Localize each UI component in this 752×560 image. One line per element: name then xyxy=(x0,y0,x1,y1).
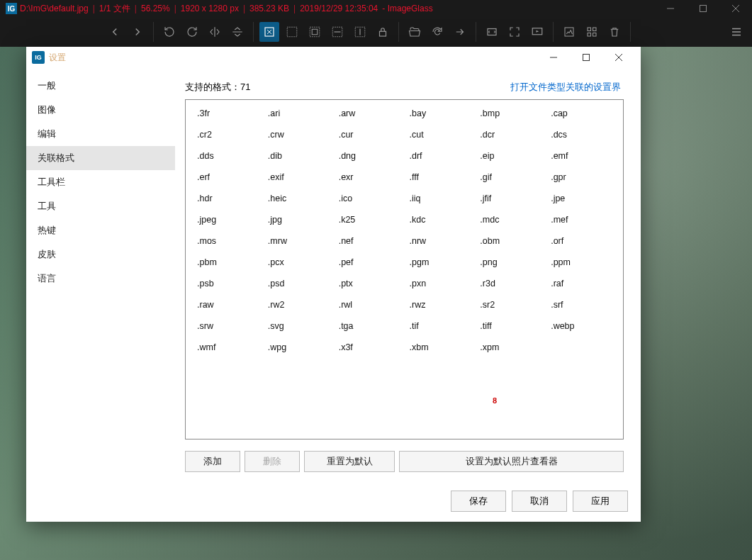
sidebar-item-5[interactable]: 工具 xyxy=(26,194,175,218)
refresh-button[interactable] xyxy=(427,22,447,42)
goto-button[interactable] xyxy=(450,22,470,42)
format-item[interactable]: .mos xyxy=(194,235,261,247)
main-menu-button[interactable] xyxy=(726,22,746,42)
format-item[interactable]: .mef xyxy=(548,213,614,226)
format-item[interactable]: .raf xyxy=(548,277,614,290)
slideshow-button[interactable] xyxy=(527,22,547,42)
format-item[interactable]: .bay xyxy=(407,107,473,120)
format-item[interactable]: .dds xyxy=(194,150,261,162)
format-item[interactable]: .mrw xyxy=(265,235,332,247)
format-item[interactable]: .dcs xyxy=(548,128,614,141)
format-item[interactable]: .xbm xyxy=(407,341,473,354)
format-item[interactable]: .ppm xyxy=(548,256,614,269)
format-item[interactable]: .dng xyxy=(336,150,403,162)
format-item[interactable]: .ptx xyxy=(336,277,403,290)
sidebar-item-0[interactable]: 一般 xyxy=(26,74,175,98)
format-item[interactable]: .bmp xyxy=(477,107,544,120)
format-item[interactable]: .srw xyxy=(194,320,261,332)
format-item[interactable]: .drf xyxy=(407,150,473,162)
set-default-viewer-button[interactable]: 设置为默认照片查看器 xyxy=(399,451,624,472)
window-fit-button[interactable] xyxy=(482,22,502,42)
sidebar-item-4[interactable]: 工具栏 xyxy=(26,170,175,194)
format-item[interactable]: .xpm xyxy=(477,341,544,354)
format-item[interactable]: .psd xyxy=(265,277,332,290)
scale-to-fill-button[interactable] xyxy=(305,22,325,42)
format-item[interactable]: .wpg xyxy=(265,341,332,354)
format-item[interactable]: .dcr xyxy=(477,128,544,141)
open-file-assoc-link[interactable]: 打开文件类型关联的设置界 xyxy=(510,81,621,94)
format-item[interactable]: .srf xyxy=(548,298,614,311)
rotate-ccw-button[interactable] xyxy=(159,22,179,42)
format-item[interactable]: .tif xyxy=(407,320,473,332)
format-item[interactable]: .orf xyxy=(548,235,614,247)
close-button[interactable] xyxy=(719,0,752,17)
reset-default-button[interactable]: 重置为默认 xyxy=(304,451,395,472)
format-item[interactable]: .jfif xyxy=(477,192,544,205)
delete-button[interactable]: 删除 xyxy=(245,451,300,472)
format-item[interactable]: .cur xyxy=(336,128,403,141)
apply-button[interactable]: 应用 xyxy=(573,491,628,512)
format-item[interactable]: .wmf xyxy=(194,341,261,354)
format-item[interactable]: .fff xyxy=(407,171,473,184)
sidebar-item-6[interactable]: 热键 xyxy=(26,218,175,242)
format-item[interactable]: .ico xyxy=(336,192,403,205)
format-item[interactable]: .crw xyxy=(265,128,332,141)
format-item[interactable]: .nef xyxy=(336,235,403,247)
format-item[interactable]: .gif xyxy=(477,171,544,184)
format-item[interactable]: .emf xyxy=(548,150,614,162)
sidebar-item-8[interactable]: 语言 xyxy=(26,267,175,291)
formats-listbox[interactable]: .3fr.ari.arw.bay.bmp.cap.cr2.crw.cur.cut… xyxy=(185,99,624,439)
open-button[interactable] xyxy=(405,22,425,42)
format-item[interactable]: .pef xyxy=(336,256,403,269)
scale-to-width-button[interactable] xyxy=(327,22,347,42)
format-item[interactable]: .raw xyxy=(194,298,261,311)
format-item[interactable]: .eip xyxy=(477,150,544,162)
maximize-button[interactable] xyxy=(687,0,719,17)
settings-minimize-button[interactable] xyxy=(537,47,570,68)
format-item[interactable]: .heic xyxy=(265,192,332,205)
format-item[interactable]: .dib xyxy=(265,150,332,162)
format-item[interactable]: .iiq xyxy=(407,192,473,205)
format-item[interactable]: .kdc xyxy=(407,213,473,226)
format-item[interactable]: .ari xyxy=(265,107,332,120)
save-button[interactable]: 保存 xyxy=(451,491,506,512)
fullscreen-button[interactable] xyxy=(505,22,524,42)
format-item[interactable]: .k25 xyxy=(336,213,403,226)
sidebar-item-3[interactable]: 关联格式 xyxy=(26,146,175,170)
format-item[interactable]: .exif xyxy=(265,171,332,184)
scale-to-fit-button[interactable] xyxy=(282,22,302,42)
sidebar-item-1[interactable]: 图像 xyxy=(26,98,175,122)
format-item[interactable]: .rwl xyxy=(336,298,403,311)
auto-zoom-button[interactable] xyxy=(259,22,279,42)
sidebar-item-7[interactable]: 皮肤 xyxy=(26,242,175,267)
format-item[interactable]: .rwz xyxy=(407,298,473,311)
prev-image-button[interactable] xyxy=(105,22,125,42)
lock-zoom-button[interactable] xyxy=(373,22,393,42)
flip-horizontal-button[interactable] xyxy=(205,22,225,42)
format-item[interactable]: .png xyxy=(477,256,544,269)
rotate-cw-button[interactable] xyxy=(182,22,202,42)
sidebar-item-2[interactable]: 编辑 xyxy=(26,122,175,146)
format-item[interactable]: .cut xyxy=(407,128,473,141)
format-item[interactable]: .rw2 xyxy=(265,298,332,311)
format-item[interactable]: .pxn xyxy=(407,277,473,290)
format-item[interactable]: .pgm xyxy=(407,256,473,269)
add-button[interactable]: 添加 xyxy=(185,451,240,472)
format-item[interactable]: .erf xyxy=(194,171,261,184)
format-item[interactable]: .mdc xyxy=(477,213,544,226)
format-item[interactable]: .psb xyxy=(194,277,261,290)
thumbnail-button[interactable] xyxy=(582,22,602,42)
settings-maximize-button[interactable] xyxy=(570,47,602,68)
format-item[interactable]: .x3f xyxy=(336,341,403,354)
format-item[interactable]: .pcx xyxy=(265,256,332,269)
format-item[interactable]: .exr xyxy=(336,171,403,184)
format-item[interactable]: .obm xyxy=(477,235,544,247)
checkerboard-button[interactable] xyxy=(559,22,579,42)
cancel-button[interactable]: 取消 xyxy=(512,491,567,512)
format-item[interactable]: .arw xyxy=(336,107,403,120)
minimize-button[interactable] xyxy=(654,0,687,17)
format-item[interactable]: .hdr xyxy=(194,192,261,205)
format-item[interactable]: .tga xyxy=(336,320,403,332)
format-item[interactable]: .jpg xyxy=(265,213,332,226)
format-item[interactable]: .3fr xyxy=(194,107,261,120)
